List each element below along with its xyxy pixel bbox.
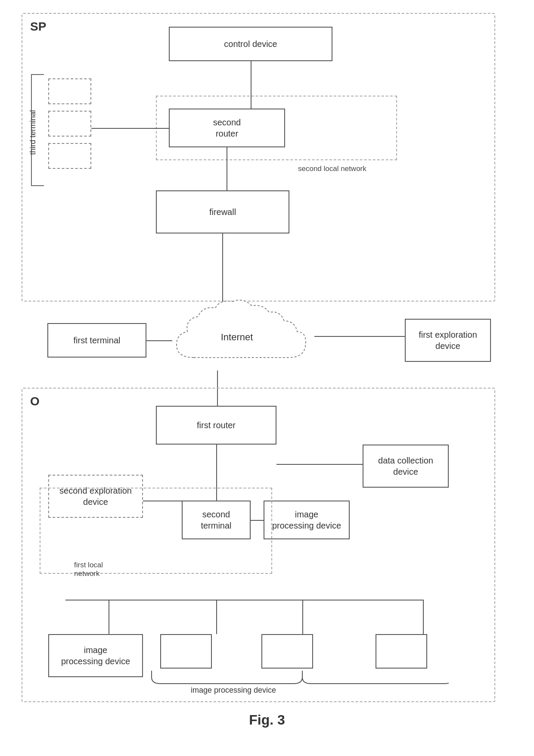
line-third-to-router — [91, 128, 169, 129]
o-region: O first router data collection device se… — [22, 388, 495, 702]
o-label: O — [30, 395, 40, 408]
first-terminal-box: first terminal — [47, 323, 146, 358]
control-device-box: control device — [169, 27, 332, 61]
third-terminal-label: third terminal — [28, 110, 37, 155]
bottom-brace — [147, 669, 449, 686]
fig-label: Fig. 3 — [17, 712, 517, 728]
sp-label: SP — [30, 20, 46, 34]
line-firewall-down — [222, 233, 223, 307]
svg-text:Internet: Internet — [221, 332, 253, 342]
line-router-to-firewall — [227, 147, 227, 190]
image-processing-device-bottom-left: image processing device — [48, 634, 143, 677]
line-v-img4 — [423, 600, 424, 634]
third-terminal-box-2 — [48, 111, 91, 137]
third-terminal-box-1 — [48, 78, 91, 104]
third-terminal-box-3 — [48, 143, 91, 169]
line-first-term-internet — [146, 340, 172, 341]
line-v-img1 — [109, 600, 109, 634]
small-box-2 — [261, 634, 313, 669]
data-collection-device-box: data collection device — [363, 445, 449, 488]
small-box-3 — [376, 634, 427, 669]
sp-region: SP control device second router second l… — [22, 13, 495, 302]
first-router-box: first router — [156, 406, 276, 445]
small-box-1 — [160, 634, 212, 669]
firewall-box: firewall — [156, 190, 289, 233]
line-to-data-collection — [276, 464, 363, 465]
image-processing-device-bottom-label: image processing device — [169, 686, 298, 695]
second-local-network-outline — [156, 96, 397, 160]
internet-cloud: Internet — [159, 297, 314, 375]
line-v-img2 — [216, 600, 217, 634]
line-bottom-h — [65, 600, 423, 600]
line-internet-explore — [314, 336, 405, 337]
second-local-network-label: second local network — [298, 165, 366, 173]
image-processing-device-top-right: image processing device — [264, 501, 350, 539]
diagram: SP control device second router second l… — [17, 9, 517, 732]
first-local-network-label: first local network — [74, 561, 103, 578]
line-v-img3 — [302, 600, 303, 634]
first-exploration-device-box: first exploration device — [405, 319, 491, 362]
